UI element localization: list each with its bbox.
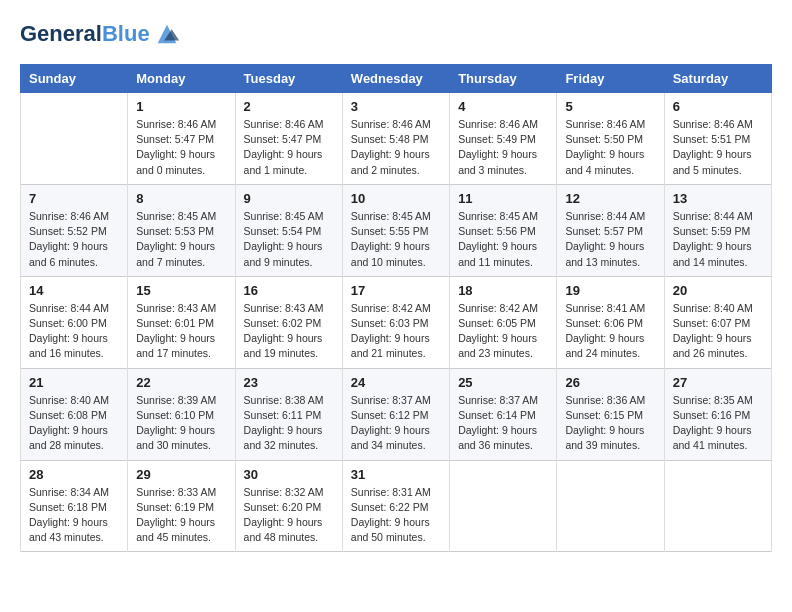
daylight-text: Daylight: 9 hours and 34 minutes. xyxy=(351,424,430,451)
day-number: 31 xyxy=(351,467,441,482)
day-info: Sunrise: 8:33 AMSunset: 6:19 PMDaylight:… xyxy=(136,485,226,546)
calendar-cell: 3Sunrise: 8:46 AMSunset: 5:48 PMDaylight… xyxy=(342,93,449,185)
day-info: Sunrise: 8:34 AMSunset: 6:18 PMDaylight:… xyxy=(29,485,119,546)
sunset-text: Sunset: 6:03 PM xyxy=(351,317,429,329)
calendar-cell: 8Sunrise: 8:45 AMSunset: 5:53 PMDaylight… xyxy=(128,184,235,276)
logo-text: GeneralBlue xyxy=(20,22,150,46)
sunrise-text: Sunrise: 8:46 AM xyxy=(244,118,324,130)
day-number: 2 xyxy=(244,99,334,114)
daylight-text: Daylight: 9 hours and 39 minutes. xyxy=(565,424,644,451)
sunset-text: Sunset: 6:11 PM xyxy=(244,409,322,421)
sunrise-text: Sunrise: 8:46 AM xyxy=(29,210,109,222)
day-number: 15 xyxy=(136,283,226,298)
calendar-header-row: SundayMondayTuesdayWednesdayThursdayFrid… xyxy=(21,65,772,93)
day-number: 11 xyxy=(458,191,548,206)
sunrise-text: Sunrise: 8:43 AM xyxy=(244,302,324,314)
calendar-cell: 26Sunrise: 8:36 AMSunset: 6:15 PMDayligh… xyxy=(557,368,664,460)
day-info: Sunrise: 8:45 AMSunset: 5:54 PMDaylight:… xyxy=(244,209,334,270)
day-number: 4 xyxy=(458,99,548,114)
calendar-cell: 21Sunrise: 8:40 AMSunset: 6:08 PMDayligh… xyxy=(21,368,128,460)
daylight-text: Daylight: 9 hours and 19 minutes. xyxy=(244,332,323,359)
day-number: 18 xyxy=(458,283,548,298)
day-info: Sunrise: 8:46 AMSunset: 5:47 PMDaylight:… xyxy=(136,117,226,178)
daylight-text: Daylight: 9 hours and 13 minutes. xyxy=(565,240,644,267)
calendar-cell: 12Sunrise: 8:44 AMSunset: 5:57 PMDayligh… xyxy=(557,184,664,276)
daylight-text: Daylight: 9 hours and 1 minute. xyxy=(244,148,323,175)
header-wednesday: Wednesday xyxy=(342,65,449,93)
sunset-text: Sunset: 6:00 PM xyxy=(29,317,107,329)
daylight-text: Daylight: 9 hours and 10 minutes. xyxy=(351,240,430,267)
daylight-text: Daylight: 9 hours and 11 minutes. xyxy=(458,240,537,267)
day-number: 8 xyxy=(136,191,226,206)
sunrise-text: Sunrise: 8:31 AM xyxy=(351,486,431,498)
calendar-cell: 6Sunrise: 8:46 AMSunset: 5:51 PMDaylight… xyxy=(664,93,771,185)
day-number: 25 xyxy=(458,375,548,390)
sunrise-text: Sunrise: 8:40 AM xyxy=(29,394,109,406)
calendar-cell: 1Sunrise: 8:46 AMSunset: 5:47 PMDaylight… xyxy=(128,93,235,185)
day-info: Sunrise: 8:36 AMSunset: 6:15 PMDaylight:… xyxy=(565,393,655,454)
calendar-cell: 7Sunrise: 8:46 AMSunset: 5:52 PMDaylight… xyxy=(21,184,128,276)
page-header: GeneralBlue xyxy=(20,20,772,48)
sunset-text: Sunset: 5:59 PM xyxy=(673,225,751,237)
calendar-cell: 18Sunrise: 8:42 AMSunset: 6:05 PMDayligh… xyxy=(450,276,557,368)
header-tuesday: Tuesday xyxy=(235,65,342,93)
sunset-text: Sunset: 5:50 PM xyxy=(565,133,643,145)
sunrise-text: Sunrise: 8:46 AM xyxy=(351,118,431,130)
sunrise-text: Sunrise: 8:38 AM xyxy=(244,394,324,406)
daylight-text: Daylight: 9 hours and 0 minutes. xyxy=(136,148,215,175)
calendar-cell: 10Sunrise: 8:45 AMSunset: 5:55 PMDayligh… xyxy=(342,184,449,276)
sunset-text: Sunset: 6:18 PM xyxy=(29,501,107,513)
day-number: 17 xyxy=(351,283,441,298)
sunset-text: Sunset: 6:19 PM xyxy=(136,501,214,513)
day-number: 22 xyxy=(136,375,226,390)
calendar-cell: 19Sunrise: 8:41 AMSunset: 6:06 PMDayligh… xyxy=(557,276,664,368)
day-info: Sunrise: 8:31 AMSunset: 6:22 PMDaylight:… xyxy=(351,485,441,546)
sunrise-text: Sunrise: 8:46 AM xyxy=(458,118,538,130)
day-number: 19 xyxy=(565,283,655,298)
daylight-text: Daylight: 9 hours and 4 minutes. xyxy=(565,148,644,175)
day-info: Sunrise: 8:43 AMSunset: 6:01 PMDaylight:… xyxy=(136,301,226,362)
sunset-text: Sunset: 6:12 PM xyxy=(351,409,429,421)
sunrise-text: Sunrise: 8:32 AM xyxy=(244,486,324,498)
sunrise-text: Sunrise: 8:44 AM xyxy=(29,302,109,314)
calendar-cell xyxy=(21,93,128,185)
day-number: 16 xyxy=(244,283,334,298)
calendar-cell: 20Sunrise: 8:40 AMSunset: 6:07 PMDayligh… xyxy=(664,276,771,368)
day-info: Sunrise: 8:46 AMSunset: 5:47 PMDaylight:… xyxy=(244,117,334,178)
daylight-text: Daylight: 9 hours and 32 minutes. xyxy=(244,424,323,451)
day-info: Sunrise: 8:37 AMSunset: 6:12 PMDaylight:… xyxy=(351,393,441,454)
day-info: Sunrise: 8:46 AMSunset: 5:50 PMDaylight:… xyxy=(565,117,655,178)
sunrise-text: Sunrise: 8:33 AM xyxy=(136,486,216,498)
day-number: 3 xyxy=(351,99,441,114)
calendar-cell: 11Sunrise: 8:45 AMSunset: 5:56 PMDayligh… xyxy=(450,184,557,276)
day-info: Sunrise: 8:40 AMSunset: 6:07 PMDaylight:… xyxy=(673,301,763,362)
sunrise-text: Sunrise: 8:35 AM xyxy=(673,394,753,406)
daylight-text: Daylight: 9 hours and 24 minutes. xyxy=(565,332,644,359)
day-info: Sunrise: 8:41 AMSunset: 6:06 PMDaylight:… xyxy=(565,301,655,362)
day-info: Sunrise: 8:42 AMSunset: 6:05 PMDaylight:… xyxy=(458,301,548,362)
day-number: 26 xyxy=(565,375,655,390)
sunrise-text: Sunrise: 8:45 AM xyxy=(458,210,538,222)
day-info: Sunrise: 8:46 AMSunset: 5:49 PMDaylight:… xyxy=(458,117,548,178)
sunset-text: Sunset: 5:47 PM xyxy=(244,133,322,145)
day-number: 10 xyxy=(351,191,441,206)
daylight-text: Daylight: 9 hours and 30 minutes. xyxy=(136,424,215,451)
calendar-cell: 13Sunrise: 8:44 AMSunset: 5:59 PMDayligh… xyxy=(664,184,771,276)
calendar-cell: 14Sunrise: 8:44 AMSunset: 6:00 PMDayligh… xyxy=(21,276,128,368)
sunset-text: Sunset: 5:51 PM xyxy=(673,133,751,145)
calendar-cell: 4Sunrise: 8:46 AMSunset: 5:49 PMDaylight… xyxy=(450,93,557,185)
sunset-text: Sunset: 6:02 PM xyxy=(244,317,322,329)
sunset-text: Sunset: 6:15 PM xyxy=(565,409,643,421)
calendar-cell: 25Sunrise: 8:37 AMSunset: 6:14 PMDayligh… xyxy=(450,368,557,460)
day-info: Sunrise: 8:44 AMSunset: 5:57 PMDaylight:… xyxy=(565,209,655,270)
sunset-text: Sunset: 5:52 PM xyxy=(29,225,107,237)
sunrise-text: Sunrise: 8:37 AM xyxy=(458,394,538,406)
sunset-text: Sunset: 6:20 PM xyxy=(244,501,322,513)
sunset-text: Sunset: 5:55 PM xyxy=(351,225,429,237)
sunrise-text: Sunrise: 8:44 AM xyxy=(565,210,645,222)
calendar-cell: 24Sunrise: 8:37 AMSunset: 6:12 PMDayligh… xyxy=(342,368,449,460)
sunset-text: Sunset: 6:01 PM xyxy=(136,317,214,329)
calendar-cell: 9Sunrise: 8:45 AMSunset: 5:54 PMDaylight… xyxy=(235,184,342,276)
daylight-text: Daylight: 9 hours and 5 minutes. xyxy=(673,148,752,175)
logo: GeneralBlue xyxy=(20,20,181,48)
